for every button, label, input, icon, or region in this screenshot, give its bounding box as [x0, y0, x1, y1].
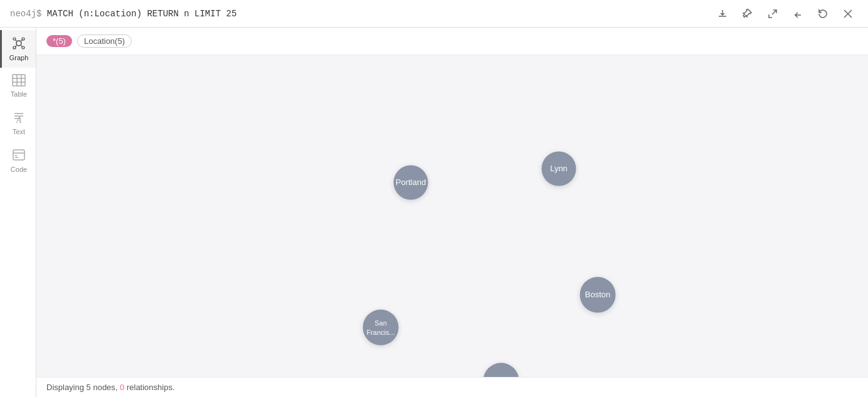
svg-line-6: [21, 40, 23, 41]
node-portland[interactable]: Portland: [394, 166, 428, 200]
count-badge[interactable]: *(5): [46, 35, 72, 47]
pin-button[interactable]: [738, 4, 758, 24]
table-icon: [12, 74, 26, 88]
expand-button[interactable]: [763, 4, 783, 24]
download-button[interactable]: [712, 4, 733, 24]
svg-rect-15: [13, 150, 24, 160]
query-prompt: neo4j$: [10, 9, 41, 19]
node-san-francisco[interactable]: SanFrancis...: [363, 310, 399, 346]
main-area: Graph Table A Text: [0, 28, 868, 397]
graph-icon: [12, 36, 26, 52]
svg-rect-9: [13, 75, 25, 86]
sidebar-item-text[interactable]: A Text: [0, 104, 36, 142]
sidebar: Graph Table A Text: [0, 28, 36, 397]
result-header: *(5) Location(5): [36, 28, 868, 55]
text-icon: A: [12, 110, 26, 126]
sidebar-label-graph: Graph: [9, 54, 29, 61]
collapse-button[interactable]: [788, 4, 808, 24]
svg-text:A: A: [16, 115, 22, 124]
code-icon: [12, 148, 26, 164]
status-highlight: 0: [117, 383, 126, 392]
node-boston[interactable]: Boston: [580, 277, 616, 313]
sidebar-label-code: Code: [11, 166, 27, 173]
node-miami[interactable]: Miami: [484, 363, 519, 378]
sidebar-label-text: Text: [13, 128, 25, 135]
toolbar-actions: [712, 4, 858, 24]
node-lynn[interactable]: Lynn: [542, 152, 576, 186]
query-display: neo4j$ MATCH (n:Location) RETURN n LIMIT…: [10, 9, 236, 19]
top-bar: neo4j$ MATCH (n:Location) RETURN n LIMIT…: [0, 0, 868, 28]
status-text: Displaying 5 nodes, 0 relationships.: [46, 383, 175, 392]
sidebar-item-table[interactable]: Table: [0, 68, 36, 104]
close-button[interactable]: [838, 4, 858, 24]
svg-line-5: [15, 40, 16, 41]
label-badge[interactable]: Location(5): [77, 34, 132, 48]
status-suffix: relationships.: [127, 383, 175, 392]
status-prefix: Displaying 5 nodes,: [46, 383, 117, 392]
sidebar-item-code[interactable]: Code: [0, 142, 36, 179]
sidebar-item-graph[interactable]: Graph: [0, 30, 36, 68]
query-content: MATCH (n:Location) RETURN n LIMIT 25: [47, 9, 236, 19]
sidebar-label-table: Table: [11, 90, 27, 98]
svg-point-0: [16, 41, 21, 46]
status-bar: Displaying 5 nodes, 0 relationships.: [36, 377, 868, 397]
graph-canvas[interactable]: PortlandLynnBostonSanFrancis...Miami: [36, 55, 868, 377]
refresh-button[interactable]: [813, 4, 833, 24]
content-area: *(5) Location(5) PortlandLynnBostonSanFr…: [36, 28, 868, 397]
svg-line-8: [21, 46, 23, 47]
svg-line-7: [15, 46, 16, 47]
